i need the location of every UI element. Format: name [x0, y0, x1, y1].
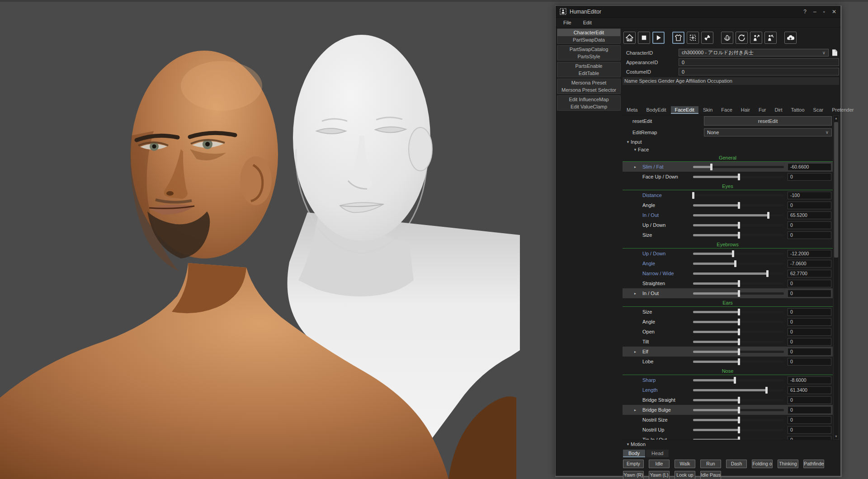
param-value-field[interactable]: 0 [788, 173, 831, 181]
slider-handle[interactable] [710, 164, 712, 170]
scroll-down-icon[interactable]: ▼ [834, 434, 839, 439]
titlebar[interactable]: HumanEditor ? – ▫ ✕ [556, 6, 840, 18]
param-value-field[interactable]: -60.6600 [788, 163, 831, 171]
motion-button-empty[interactable]: Empty [623, 460, 644, 468]
tab-meta[interactable]: Meta [623, 106, 642, 114]
row-expander-icon[interactable]: ▸ [634, 165, 642, 169]
person-export-button[interactable] [750, 32, 762, 44]
param-slider[interactable] [693, 417, 784, 423]
motion-header[interactable]: ▾ Motion [623, 440, 839, 448]
editremap-select[interactable]: None ∨ [704, 128, 832, 136]
sidebar-item-partsenable[interactable]: PartsEnable [557, 62, 620, 70]
param-slider[interactable] [693, 348, 784, 355]
row-expander-icon[interactable]: ▸ [634, 291, 642, 296]
motion-button-dash[interactable]: Dash [726, 460, 747, 468]
param-value-field[interactable]: 62.7700 [788, 270, 831, 277]
person-import-button[interactable] [764, 32, 777, 44]
param-value-field[interactable]: 0 [788, 436, 831, 440]
tab-hair[interactable]: Hair [737, 106, 754, 114]
motion-tab-body[interactable]: Body [623, 450, 645, 457]
param-slider[interactable] [693, 319, 784, 325]
param-slider[interactable] [693, 202, 784, 209]
characterid-select[interactable]: ch300000 - アロルドお付き兵士 ∨ [679, 49, 829, 56]
param-value-field[interactable]: -100 [788, 192, 831, 199]
param-value-field[interactable]: -12.2000 [788, 250, 831, 258]
slider-handle[interactable] [738, 309, 740, 315]
tab-scar[interactable]: Scar [809, 106, 828, 114]
param-value-field[interactable]: 0 [788, 280, 831, 287]
param-slider[interactable] [693, 212, 784, 219]
resetedit-button[interactable]: resetEdit [704, 116, 832, 126]
motion-button-idle[interactable]: Idle [649, 460, 670, 468]
sidebar-item-edit-influencemap[interactable]: Edit InfluenceMap [557, 96, 620, 103]
param-slider[interactable] [693, 338, 784, 345]
row-expander-icon[interactable]: ▸ [634, 350, 642, 354]
param-slider[interactable] [693, 427, 784, 433]
motion-tab-head[interactable]: Head [646, 450, 669, 457]
sidebar-item-mersona-preset[interactable]: Mersona Preset [557, 79, 620, 86]
slider-handle[interactable] [738, 329, 740, 335]
param-slider[interactable] [693, 377, 784, 384]
sidebar-item-edit-valueclamp[interactable]: Edit ValueClamp [557, 103, 620, 110]
param-value-field[interactable]: 0 [788, 290, 831, 297]
param-slider[interactable] [693, 192, 784, 199]
slider-handle[interactable] [692, 192, 694, 199]
slider-handle[interactable] [738, 407, 740, 413]
param-value-field[interactable]: 0 [788, 308, 831, 316]
rotate-button[interactable] [736, 32, 748, 44]
slider-handle[interactable] [738, 338, 740, 345]
help-button[interactable]: ? [803, 9, 807, 15]
param-slider[interactable] [693, 280, 784, 287]
motion-button-walk[interactable]: Walk [675, 460, 695, 468]
param-slider[interactable] [693, 250, 784, 257]
sidebar-item-edittable[interactable]: EditTable [557, 70, 620, 77]
motion-button-pathfinde[interactable]: Pathfinde [803, 460, 824, 468]
slider-handle[interactable] [738, 397, 740, 404]
param-slider[interactable] [693, 437, 784, 440]
scrollbar-thumb[interactable] [834, 122, 838, 258]
param-value-field[interactable]: 0 [788, 318, 831, 326]
tab-faceedit[interactable]: FaceEdit [671, 106, 698, 114]
motion-button-run[interactable]: Run [700, 460, 721, 468]
param-value-field[interactable]: 0 [788, 231, 831, 239]
motion-button-yawn-l[interactable]: Yawn (L) [649, 471, 670, 479]
minimize-button[interactable]: – [813, 9, 816, 15]
menu-file[interactable]: File [558, 19, 576, 26]
vertical-scrollbar[interactable]: ▲ ▼ [833, 115, 839, 440]
param-value-field[interactable]: 65.5200 [788, 211, 831, 219]
param-value-field[interactable]: -8.6000 [788, 376, 831, 384]
param-slider[interactable] [693, 260, 784, 267]
scroll-up-icon[interactable]: ▲ [834, 116, 839, 121]
param-slider[interactable] [693, 397, 784, 404]
param-slider[interactable] [693, 222, 784, 229]
home-button[interactable] [623, 32, 636, 44]
param-slider[interactable] [693, 164, 784, 170]
slider-handle[interactable] [738, 348, 740, 355]
slider-handle[interactable] [738, 319, 740, 325]
param-slider[interactable] [693, 290, 784, 297]
maximize-button[interactable]: ▫ [823, 9, 825, 15]
scrollbar-track[interactable] [834, 121, 839, 434]
slider-handle[interactable] [738, 427, 740, 433]
param-slider[interactable] [693, 174, 784, 180]
param-slider[interactable] [693, 270, 784, 277]
sidebar-item-mersona-preset-selector[interactable]: Mersona Preset Selector [557, 86, 620, 94]
cloud-upload-button[interactable] [784, 32, 797, 44]
stop-button[interactable] [638, 32, 650, 44]
param-value-field[interactable]: 0 [788, 396, 831, 404]
slider-handle[interactable] [738, 417, 740, 423]
param-value-field[interactable]: 0 [788, 202, 831, 209]
costumeid-input[interactable]: 0 [679, 68, 839, 75]
motion-button-folding-o[interactable]: Folding o [752, 460, 773, 468]
slider-handle[interactable] [732, 250, 734, 257]
appearanceid-input[interactable]: 0 [679, 58, 839, 66]
motion-button-yawn-r[interactable]: Yawn (R) [623, 471, 644, 479]
tab-tattoo[interactable]: Tattoo [787, 106, 809, 114]
tree-node-input[interactable]: ▾ Input [623, 138, 833, 146]
slider-handle[interactable] [767, 212, 769, 219]
param-value-field[interactable]: 0 [788, 416, 831, 424]
tree-node-face[interactable]: ▾ Face [623, 146, 833, 153]
sidebar-item-partswapdata[interactable]: PartSwapData [557, 36, 620, 43]
motion-button-look-up[interactable]: Look up [675, 471, 695, 479]
param-value-field[interactable]: -7.0600 [788, 260, 831, 268]
